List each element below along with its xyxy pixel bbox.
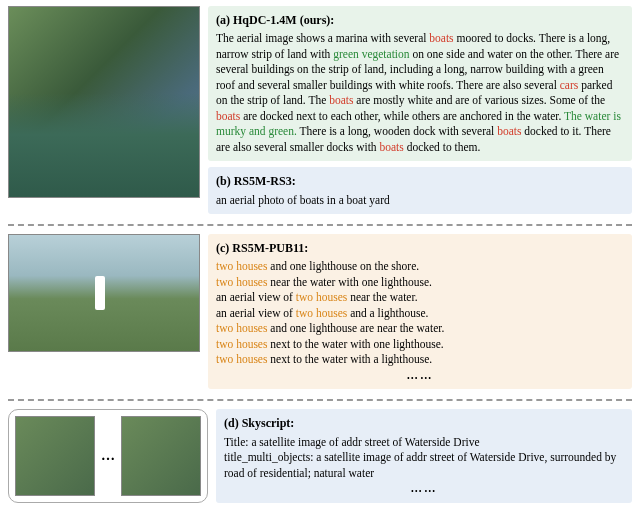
panel-a-title: (a) HqDC-1.4M (ours): bbox=[216, 12, 624, 28]
panel-a: (a) HqDC-1.4M (ours): The aerial image s… bbox=[208, 6, 632, 161]
panel-d-ellipsis: …… bbox=[224, 481, 624, 497]
highlight-two-houses: two houses bbox=[216, 322, 267, 334]
highlight-boats: boats bbox=[429, 32, 453, 44]
panel-c-line: an aerial view of two houses near the wa… bbox=[216, 290, 624, 306]
panel-d-line2: title_multi_objects: a satellite image o… bbox=[224, 450, 624, 481]
highlight-boats: boats bbox=[329, 94, 353, 106]
separator-1 bbox=[8, 224, 632, 226]
text-col-c: (c) RS5M-PUB11: two houses and one light… bbox=[208, 234, 632, 389]
panel-d-title: (d) Skyscript: bbox=[224, 415, 624, 431]
panel-c-line: an aerial view of two houses and a light… bbox=[216, 306, 624, 322]
section-d: … (d) Skyscript: Title: a satellite imag… bbox=[0, 403, 640, 511]
panel-c: (c) RS5M-PUB11: two houses and one light… bbox=[208, 234, 632, 389]
satellite-image-left bbox=[15, 416, 95, 496]
panel-a-text: The aerial image shows a marina with sev… bbox=[216, 31, 624, 155]
panel-b: (b) RS5M-RS3: an aerial photo of boats i… bbox=[208, 167, 632, 214]
highlight-two-houses: two houses bbox=[216, 338, 267, 350]
panel-c-line: two houses next to the water with one li… bbox=[216, 337, 624, 353]
aerial-marina-image bbox=[8, 6, 200, 198]
image-a-container bbox=[8, 6, 200, 214]
image-c-container bbox=[8, 234, 200, 389]
highlight-two-houses: two houses bbox=[216, 276, 267, 288]
highlight-two-houses: two houses bbox=[296, 291, 347, 303]
separator-2 bbox=[8, 399, 632, 401]
panel-b-text: an aerial photo of boats in a boat yard bbox=[216, 193, 624, 209]
highlight-two-houses: two houses bbox=[216, 260, 267, 272]
panel-c-line: two houses and one lighthouse on the sho… bbox=[216, 259, 624, 275]
highlight-two-houses: two houses bbox=[296, 307, 347, 319]
text-col-d: (d) Skyscript: Title: a satellite image … bbox=[216, 409, 632, 503]
panel-c-line: two houses and one lighthouse are near t… bbox=[216, 321, 624, 337]
highlight-green-vegetation: green vegetation bbox=[333, 48, 409, 60]
highlight-boats: boats bbox=[380, 141, 404, 153]
image-pair: … bbox=[8, 409, 208, 503]
aerial-lighthouse-image bbox=[8, 234, 200, 352]
text-col-ab: (a) HqDC-1.4M (ours): The aerial image s… bbox=[208, 6, 632, 214]
panel-d: (d) Skyscript: Title: a satellite image … bbox=[216, 409, 632, 502]
panel-c-line: two houses near the water with one light… bbox=[216, 275, 624, 291]
highlight-boats: boats bbox=[497, 125, 521, 137]
section-c: (c) RS5M-PUB11: two houses and one light… bbox=[0, 228, 640, 397]
satellite-image-right bbox=[121, 416, 201, 496]
panel-b-title: (b) RS5M-RS3: bbox=[216, 173, 624, 189]
image-pair-dots: … bbox=[99, 447, 117, 466]
panel-d-line1: Title: a satellite image of addr street … bbox=[224, 435, 624, 451]
highlight-cars: cars bbox=[560, 79, 579, 91]
highlight-boats: boats bbox=[216, 110, 240, 122]
panel-c-line: two houses next to the water with a ligh… bbox=[216, 352, 624, 368]
image-d-container: … bbox=[8, 409, 208, 503]
panel-c-title: (c) RS5M-PUB11: bbox=[216, 240, 624, 256]
highlight-two-houses: two houses bbox=[216, 353, 267, 365]
panel-c-ellipsis: …… bbox=[216, 368, 624, 384]
section-a-b: (a) HqDC-1.4M (ours): The aerial image s… bbox=[0, 0, 640, 222]
